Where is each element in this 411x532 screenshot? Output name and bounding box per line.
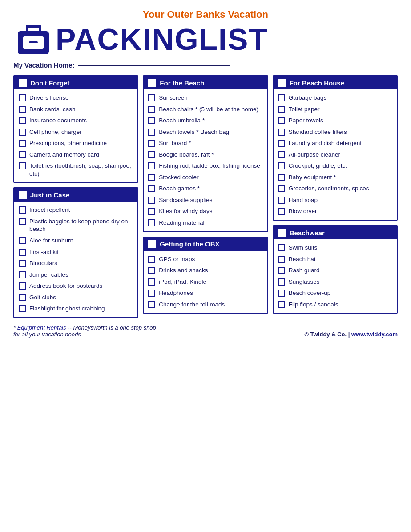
checkbox[interactable] <box>148 219 155 226</box>
checkbox[interactable] <box>19 282 26 290</box>
checkbox[interactable] <box>19 106 26 113</box>
checkbox[interactable] <box>148 117 155 124</box>
checkbox[interactable] <box>278 301 285 308</box>
section-header-checkbox-getting-to-obx[interactable] <box>148 240 156 248</box>
checkbox[interactable] <box>278 267 285 274</box>
checkbox[interactable] <box>278 185 285 192</box>
checkbox[interactable] <box>19 129 26 136</box>
checkbox[interactable] <box>148 256 155 263</box>
checkbox[interactable] <box>278 290 285 297</box>
checkbox[interactable] <box>148 197 155 204</box>
checkbox[interactable] <box>278 117 285 124</box>
checkbox[interactable] <box>148 278 155 286</box>
section-header-checkbox-just-in-case[interactable] <box>19 191 27 199</box>
section-title-for-the-beach: For the Beach <box>160 79 204 87</box>
checkbox[interactable] <box>148 94 155 101</box>
checkbox[interactable] <box>278 208 285 215</box>
list-item: Sunscreen <box>148 92 262 104</box>
checkbox[interactable] <box>278 140 285 147</box>
checkbox[interactable] <box>278 129 285 136</box>
list-item: Crockpot, griddle, etc. <box>278 160 392 172</box>
checkbox[interactable] <box>19 260 26 267</box>
checkbox[interactable] <box>19 294 26 301</box>
column-3: For Beach House Garbage bags Toilet pape… <box>273 75 398 314</box>
checkbox[interactable] <box>19 218 26 225</box>
twiddy-link[interactable]: www.twiddy.com <box>351 331 398 338</box>
checkbox[interactable] <box>19 237 26 244</box>
list-item: iPod, iPad, Kindle <box>148 276 262 288</box>
list-item: Kites for windy days <box>148 206 262 217</box>
list-item: Beach games * <box>148 183 262 194</box>
checkbox[interactable] <box>278 174 285 181</box>
section-header-checkbox-dont-forget[interactable] <box>19 79 27 87</box>
checkbox[interactable] <box>19 94 26 101</box>
section-header-checkbox-beachwear[interactable] <box>278 229 286 237</box>
list-item: Insurance documents <box>19 115 133 126</box>
checkbox[interactable] <box>148 151 155 158</box>
svg-rect-1 <box>26 25 41 28</box>
checkbox[interactable] <box>148 267 155 274</box>
checkbox[interactable] <box>148 140 155 147</box>
list-item: Boogie boards, raft * <box>148 149 262 161</box>
section-for-the-beach: For the Beach Sunscreen Beach chairs * (… <box>143 75 268 232</box>
section-getting-to-obx: Getting to the OBX GPS or maps Drinks an… <box>143 237 268 314</box>
list-item: Reading material <box>148 217 262 229</box>
section-for-beach-house: For Beach House Garbage bags Toilet pape… <box>273 75 398 221</box>
checkbox[interactable] <box>278 162 285 169</box>
section-just-in-case: Just in Case Insect repellent Plastic ba… <box>13 187 138 318</box>
checkbox[interactable] <box>278 244 285 251</box>
list-item: Beach towels * Beach bag <box>148 126 262 138</box>
checkbox[interactable] <box>148 185 155 192</box>
checkbox[interactable] <box>19 151 26 158</box>
checklist-columns: Don't Forget Drivers license Bank cards,… <box>13 75 398 318</box>
checkbox[interactable] <box>148 106 155 113</box>
checkbox[interactable] <box>148 290 155 297</box>
checkbox[interactable] <box>278 197 285 204</box>
footer-right: © Twiddy & Co. | www.twiddy.com <box>305 331 398 338</box>
list-item: Jumper cables <box>19 269 133 281</box>
list-item: Standard coffee filters <box>278 126 392 138</box>
checkbox[interactable] <box>148 208 155 215</box>
footer: * Equipment Rentals -- Moneysworth is a … <box>13 324 398 338</box>
section-dont-forget: Don't Forget Drivers license Bank cards,… <box>13 75 138 183</box>
list-item: Beach chairs * (5 will be at the home) <box>148 104 262 115</box>
list-item: Garbage bags <box>278 92 392 104</box>
checkbox[interactable] <box>19 271 26 278</box>
section-header-checkbox-for-the-beach[interactable] <box>148 79 156 87</box>
list-item: Binoculars <box>19 258 133 269</box>
checkbox[interactable] <box>19 249 26 256</box>
svg-rect-2 <box>26 25 28 34</box>
checkbox[interactable] <box>19 162 26 169</box>
checkbox[interactable] <box>148 174 155 181</box>
checkbox[interactable] <box>148 162 155 169</box>
checkbox[interactable] <box>278 94 285 101</box>
checkbox[interactable] <box>19 305 26 312</box>
checkbox[interactable] <box>278 278 285 286</box>
vacation-home-line[interactable] <box>78 65 230 66</box>
list-item: Toiletries (toothbrush, soap, shampoo, e… <box>19 160 133 179</box>
list-item: Baby equipment * <box>278 172 392 183</box>
equipment-rentals-link[interactable]: Equipment Rentals <box>17 324 66 331</box>
section-header-checkbox-for-beach-house[interactable] <box>278 79 286 87</box>
section-body-getting-to-obx: GPS or maps Drinks and snacks iPod, iPad… <box>144 251 267 313</box>
section-body-beachwear: Swim suits Beach hat Rash guard Sunglass… <box>274 239 397 313</box>
checkbox[interactable] <box>278 256 285 263</box>
section-body-for-beach-house: Garbage bags Toilet paper Paper towels S… <box>274 89 397 220</box>
list-item: Groceries, condiments, spices <box>278 183 392 194</box>
checkbox[interactable] <box>278 106 285 113</box>
checkbox[interactable] <box>148 129 155 136</box>
checkbox[interactable] <box>278 151 285 158</box>
section-body-dont-forget: Drivers license Bank cards, cash Insuran… <box>14 89 137 182</box>
checkbox[interactable] <box>19 140 26 147</box>
list-item: Camera and memory card <box>19 149 133 161</box>
list-item: Stocked cooler <box>148 172 262 183</box>
footer-left: * Equipment Rentals -- Moneysworth is a … <box>13 324 156 338</box>
list-item: Drinks and snacks <box>148 265 262 276</box>
list-item: Hand soap <box>278 194 392 206</box>
section-beachwear: Beachwear Swim suits Beach hat Rash guar… <box>273 225 398 314</box>
checkbox[interactable] <box>19 117 26 124</box>
list-item: Paper towels <box>278 115 392 126</box>
list-item: Prescriptions, other medicine <box>19 137 133 149</box>
checkbox[interactable] <box>148 301 155 308</box>
checkbox[interactable] <box>19 206 26 214</box>
